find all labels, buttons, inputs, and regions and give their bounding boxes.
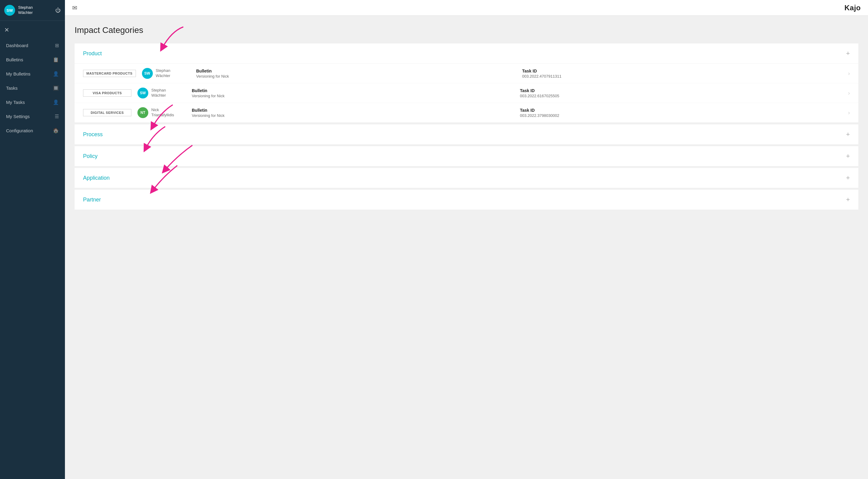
- chevron-right-icon[interactable]: ›: [848, 70, 850, 77]
- task-value: 003.2022.6167025505: [520, 94, 842, 98]
- category-section-process: Process +: [74, 124, 858, 145]
- category-title-process: Process: [83, 131, 103, 138]
- category-items-product: MASTERCARD PRODUCTS SW StephanWächter Bu…: [74, 63, 858, 123]
- sidebar-username: Stephan Wächter: [18, 5, 33, 15]
- item-user: SW StephanWächter: [137, 88, 186, 98]
- task-label: Task ID: [520, 108, 842, 113]
- bulletin-label: Bulletin: [192, 88, 514, 93]
- sidebar-item-configuration[interactable]: Configuration 🏠: [0, 124, 65, 138]
- my-tasks-icon: 👤: [53, 99, 59, 105]
- category-section-product: Product + MASTERCARD PRODUCTS: [74, 43, 858, 123]
- avatar: SW: [4, 5, 15, 16]
- task-value: 003.2022.4707911311: [522, 74, 842, 78]
- settings-icon: ☰: [55, 114, 59, 119]
- category-section-partner: Partner +: [74, 190, 858, 210]
- item-user-name: NickTriantafyllidis: [151, 107, 174, 118]
- content-area: Impact Categories Product +: [65, 16, 868, 479]
- topbar: ✉ Kajo: [65, 0, 868, 16]
- category-title-product: Product: [83, 51, 102, 57]
- sidebar-item-label: Configuration: [6, 128, 33, 133]
- avatar: SW: [137, 88, 148, 98]
- my-bulletins-icon: 👤: [53, 71, 59, 77]
- item-task: Task ID 003.2022.6167025505: [520, 88, 842, 98]
- main-area: ✉ Kajo Impact Categories Product +: [65, 0, 868, 479]
- category-header-process[interactable]: Process +: [74, 124, 858, 145]
- bulletin-value: Versioning for Nick: [192, 94, 514, 98]
- bulletin-label: Bulletin: [192, 108, 514, 113]
- category-title-application: Application: [83, 175, 110, 181]
- sidebar-header: SW Stephan Wächter ⏻: [0, 0, 65, 21]
- sidebar-item-tasks[interactable]: Tasks 🔲: [0, 81, 65, 95]
- sidebar-item-label: Bulletins: [6, 57, 23, 62]
- sidebar: SW Stephan Wächter ⏻ ✕ Dashboard ⊞ Bulle…: [0, 0, 65, 479]
- task-value: 003.2022.3798030002: [520, 113, 842, 118]
- configuration-icon: 🏠: [53, 128, 59, 133]
- sidebar-item-bulletins[interactable]: Bulletins 📋: [0, 53, 65, 67]
- category-add-icon-partner[interactable]: +: [846, 196, 850, 203]
- chevron-right-icon[interactable]: ›: [848, 90, 850, 96]
- list-item: MASTERCARD PRODUCTS SW StephanWächter Bu…: [74, 64, 858, 83]
- bulletins-icon: 📋: [53, 57, 59, 63]
- category-section-policy: Policy +: [74, 146, 858, 166]
- category-add-icon-product[interactable]: +: [846, 50, 850, 57]
- sidebar-item-label: My Bulletins: [6, 71, 31, 76]
- sidebar-item-my-tasks[interactable]: My Tasks 👤: [0, 95, 65, 109]
- sidebar-item-dashboard[interactable]: Dashboard ⊞: [0, 38, 65, 53]
- dashboard-icon: ⊞: [55, 42, 59, 48]
- chevron-right-icon[interactable]: ›: [848, 109, 850, 116]
- category-section-application: Application +: [74, 168, 858, 188]
- category-header-policy[interactable]: Policy +: [74, 146, 858, 166]
- avatar: NT: [137, 107, 148, 118]
- item-user-name: StephanWächter: [151, 88, 166, 98]
- item-user: NT NickTriantafyllidis: [137, 107, 186, 118]
- logout-icon[interactable]: ⏻: [55, 7, 61, 13]
- category-header-application[interactable]: Application +: [74, 168, 858, 188]
- sidebar-item-label: My Tasks: [6, 100, 25, 105]
- bulletin-value: Versioning for Nick: [196, 74, 516, 78]
- category-header-partner[interactable]: Partner +: [74, 190, 858, 210]
- avatar: SW: [142, 68, 153, 79]
- list-item: VISA PRODUCTS SW StephanWächter Bulletin…: [74, 83, 858, 103]
- category-title-partner: Partner: [83, 197, 101, 203]
- item-task: Task ID 003.2022.4707911311: [522, 69, 842, 78]
- item-user: SW StephanWächter: [142, 68, 190, 79]
- category-header-product[interactable]: Product +: [74, 43, 858, 63]
- item-tag: MASTERCARD PRODUCTS: [83, 70, 136, 77]
- sidebar-user: SW Stephan Wächter: [4, 5, 33, 16]
- sidebar-item-my-settings[interactable]: My Settings ☰: [0, 109, 65, 124]
- task-label: Task ID: [520, 88, 842, 93]
- brand-name: Kajo: [844, 4, 861, 12]
- item-task: Task ID 003.2022.3798030002: [520, 108, 842, 118]
- category-add-icon-process[interactable]: +: [846, 130, 850, 138]
- sidebar-close-button[interactable]: ✕: [0, 21, 65, 36]
- sidebar-item-label: Tasks: [6, 86, 18, 91]
- task-label: Task ID: [522, 69, 842, 73]
- list-item: DIGITAL SERVICES NT NickTriantafyllidis …: [74, 103, 858, 123]
- item-tag: DIGITAL SERVICES: [83, 109, 131, 116]
- category-add-icon-application[interactable]: +: [846, 174, 850, 182]
- sidebar-item-my-bulletins[interactable]: My Bulletins 👤: [0, 67, 65, 81]
- tasks-icon: 🔲: [53, 85, 59, 91]
- sidebar-item-label: Dashboard: [6, 43, 28, 48]
- item-bulletin: Bulletin Versioning for Nick: [196, 69, 516, 78]
- category-title-policy: Policy: [83, 153, 98, 159]
- sidebar-item-label: My Settings: [6, 114, 30, 119]
- item-tag: VISA PRODUCTS: [83, 89, 131, 97]
- item-bulletin: Bulletin Versioning for Nick: [192, 88, 514, 98]
- item-user-name: StephanWächter: [156, 68, 170, 78]
- bulletin-label: Bulletin: [196, 69, 516, 73]
- category-add-icon-policy[interactable]: +: [846, 152, 850, 160]
- page-title: Impact Categories: [74, 25, 858, 35]
- bulletin-value: Versioning for Nick: [192, 113, 514, 118]
- item-bulletin: Bulletin Versioning for Nick: [192, 108, 514, 118]
- sidebar-nav: Dashboard ⊞ Bulletins 📋 My Bulletins 👤 T…: [0, 36, 65, 138]
- mail-icon[interactable]: ✉: [72, 4, 77, 11]
